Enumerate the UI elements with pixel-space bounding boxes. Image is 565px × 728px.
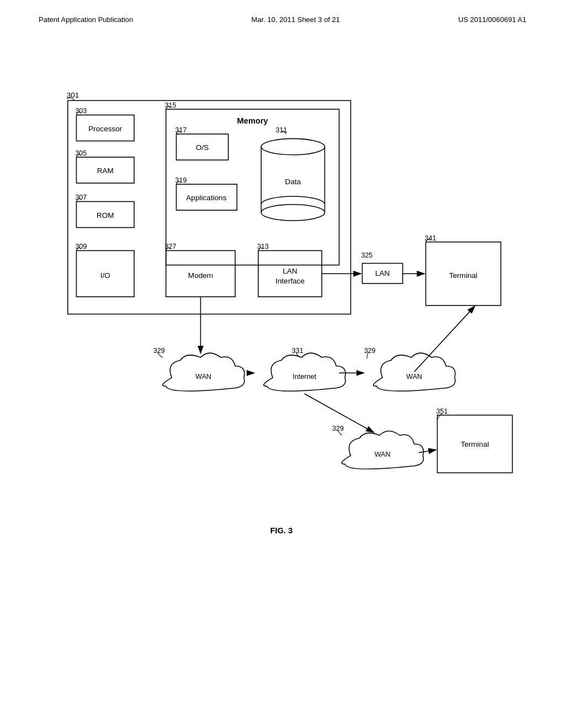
wan-cloud-1: WAN (163, 353, 244, 391)
wan-cloud-1-label: WAN (195, 373, 211, 381)
label-lan-interface-line2: Interface (275, 277, 305, 285)
label-memory-text: Memory (237, 116, 269, 125)
label-modem: Modem (188, 271, 213, 280)
internet-label: Internet (293, 373, 317, 381)
wan-cloud-2-label: WAN (406, 373, 422, 381)
cylinder-data-body (261, 147, 324, 205)
label-data: Data (285, 178, 301, 186)
diagram-area: 301 Processor 303 RAM 305 ROM 307 I/O 30… (33, 72, 530, 568)
cylinder-data-top (261, 138, 324, 154)
header-left: Patent Application Publication (39, 15, 133, 24)
page-header: Patent Application Publication Mar. 10, … (0, 15, 565, 24)
internet-cloud: Internet (264, 353, 345, 391)
label-351: 351 (436, 408, 447, 415)
label-lan: LAN (375, 269, 390, 277)
wan-cloud-3-label: WAN (375, 451, 391, 458)
label-329a: 329 (153, 347, 165, 355)
wan-cloud-2: WAN (374, 353, 455, 391)
label-processor: Processor (88, 125, 122, 133)
label-io: I/O (100, 271, 110, 280)
fig-caption: FIG. 3 (270, 526, 293, 535)
label-terminal1: Terminal (449, 271, 477, 280)
box-memory (166, 109, 339, 265)
diagram-svg: 301 Processor 303 RAM 305 ROM 307 I/O 30… (33, 72, 530, 568)
label-325: 325 (361, 251, 372, 259)
header-right: US 2011/0060691 A1 (458, 15, 526, 24)
label-329b: 329 (364, 347, 376, 355)
label-rom: ROM (97, 211, 114, 220)
label-terminal2: Terminal (461, 440, 489, 448)
label-os: O/S (196, 143, 209, 152)
cylinder-data-base (261, 205, 324, 221)
label-331: 331 (292, 347, 303, 355)
label-applications: Applications (186, 194, 227, 202)
label-lan-interface-line1: LAN (282, 267, 297, 275)
header-middle: Mar. 10, 2011 Sheet 3 of 21 (252, 15, 340, 24)
label-ram: RAM (97, 167, 114, 175)
wan-cloud-3: WAN (342, 431, 423, 469)
